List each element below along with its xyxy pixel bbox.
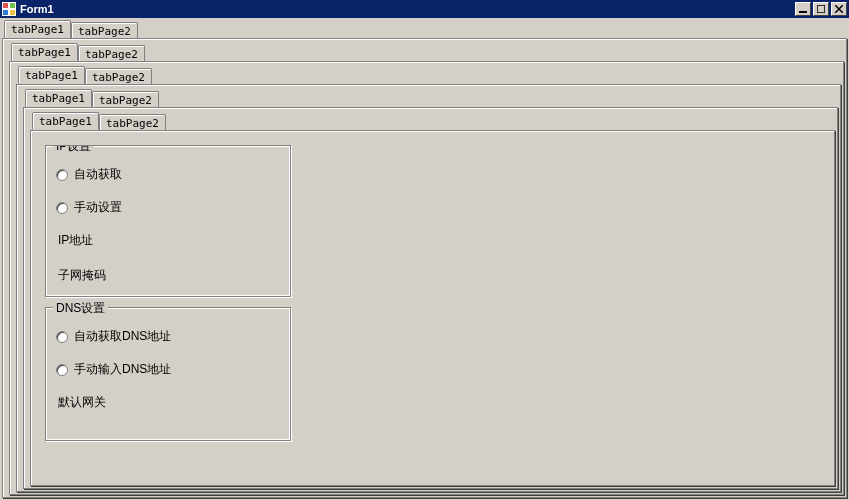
- tab-page1-l5[interactable]: tabPage1: [32, 112, 99, 130]
- tab-label: tabPage2: [106, 117, 159, 130]
- tab-label: tabPage1: [25, 69, 78, 82]
- window-title: Form1: [20, 3, 795, 15]
- tab-page2-l4[interactable]: tabPage2: [92, 91, 159, 107]
- dns-auto-label: 自动获取DNS地址: [74, 328, 171, 345]
- tabbody-3: tabPage1 tabPage2 tabPage1 tabPage2 IP设置: [16, 84, 841, 492]
- ip-manual-row[interactable]: 手动设置: [56, 199, 280, 216]
- maximize-button[interactable]: [813, 2, 829, 16]
- svg-rect-1: [3, 3, 8, 8]
- tab-label: tabPage2: [85, 48, 138, 61]
- radio-icon: [56, 169, 68, 181]
- titlebar: Form1: [0, 0, 849, 18]
- app-icon: [2, 2, 16, 16]
- tab-page1-l3[interactable]: tabPage1: [18, 66, 85, 84]
- tab-label: tabPage1: [32, 92, 85, 105]
- dns-auto-row[interactable]: 自动获取DNS地址: [56, 328, 280, 345]
- tab-page2-l5[interactable]: tabPage2: [99, 114, 166, 130]
- tabstrip-4: tabPage1 tabPage2: [25, 89, 838, 107]
- client-area: tabPage1 tabPage2 tabPage1 tabPage2 tabP…: [0, 18, 849, 500]
- ip-settings-group: IP设置 自动获取 手动设置 IP地址 子网掩码: [45, 145, 291, 297]
- svg-rect-6: [817, 5, 825, 13]
- tab-label: tabPage2: [99, 94, 152, 107]
- tab-page2-l2[interactable]: tabPage2: [78, 45, 145, 61]
- tabstrip-2: tabPage1 tabPage2: [11, 43, 844, 61]
- tabstrip-5: tabPage1 tabPage2: [32, 112, 835, 130]
- minimize-button[interactable]: [795, 2, 811, 16]
- subnet-label: 子网掩码: [58, 267, 280, 284]
- tab-page1-l4[interactable]: tabPage1: [25, 89, 92, 107]
- svg-rect-2: [10, 3, 15, 8]
- tab-page2-l1[interactable]: tabPage2: [71, 22, 138, 38]
- radio-icon: [56, 364, 68, 376]
- tabstrip-1: tabPage1 tabPage2: [4, 20, 847, 38]
- svg-rect-3: [3, 10, 8, 15]
- tabbody-5: IP设置 自动获取 手动设置 IP地址 子网掩码: [30, 130, 835, 486]
- tab-label: tabPage2: [92, 71, 145, 84]
- tab-label: tabPage1: [11, 23, 64, 36]
- ip-auto-row[interactable]: 自动获取: [56, 166, 280, 183]
- ip-settings-legend: IP设置: [53, 145, 94, 155]
- default-gateway-label: 默认网关: [58, 394, 280, 411]
- tab-label: tabPage2: [78, 25, 131, 38]
- tabbody-1: tabPage1 tabPage2 tabPage1 tabPage2 tabP…: [2, 38, 847, 498]
- tab-label: tabPage1: [18, 46, 71, 59]
- dns-manual-label: 手动输入DNS地址: [74, 361, 171, 378]
- dns-settings-group: DNS设置 自动获取DNS地址 手动输入DNS地址 默认网关: [45, 307, 291, 441]
- ip-manual-label: 手动设置: [74, 199, 122, 216]
- radio-icon: [56, 202, 68, 214]
- window-controls: [795, 2, 847, 16]
- tabbody-4: tabPage1 tabPage2 IP设置 自动获取: [23, 107, 838, 489]
- tab-page2-l3[interactable]: tabPage2: [85, 68, 152, 84]
- dns-manual-row[interactable]: 手动输入DNS地址: [56, 361, 280, 378]
- dns-settings-legend: DNS设置: [53, 300, 108, 317]
- close-button[interactable]: [831, 2, 847, 16]
- tab-page1-l2[interactable]: tabPage1: [11, 43, 78, 61]
- tabstrip-3: tabPage1 tabPage2: [18, 66, 841, 84]
- svg-rect-4: [10, 10, 15, 15]
- ip-address-label: IP地址: [58, 232, 280, 249]
- tabbody-2: tabPage1 tabPage2 tabPage1 tabPage2 tabP…: [9, 61, 844, 495]
- svg-rect-5: [799, 11, 807, 13]
- radio-icon: [56, 331, 68, 343]
- ip-auto-label: 自动获取: [74, 166, 122, 183]
- tab-label: tabPage1: [39, 115, 92, 128]
- tab-page1-l1[interactable]: tabPage1: [4, 20, 71, 38]
